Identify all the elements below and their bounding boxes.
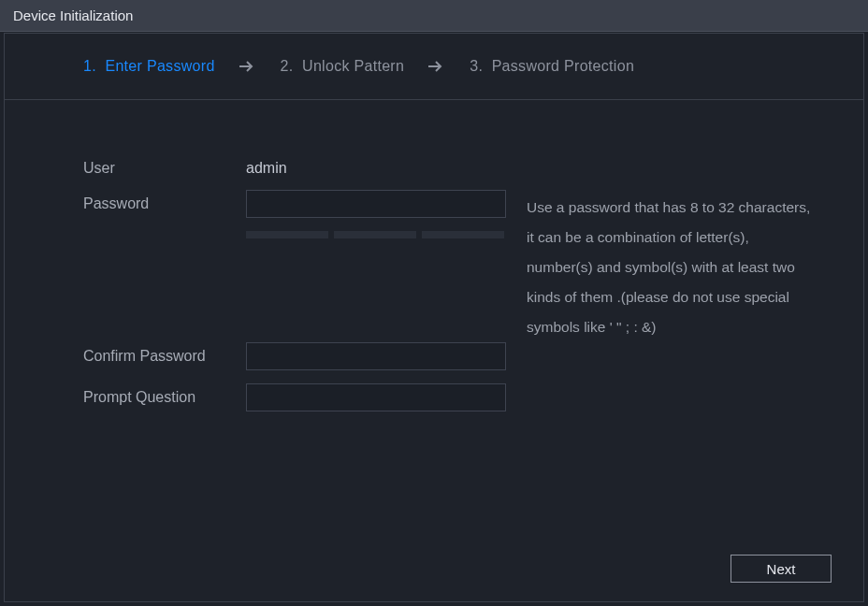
user-value: admin [246,154,287,177]
arrow-icon [215,61,281,72]
strength-seg-strong [422,231,504,238]
password-input[interactable] [246,190,506,218]
confirm-password-field-wrap [246,342,506,370]
step-header: 1. Enter Password 2. Unlock Pattern 3. P… [5,34,863,100]
password-strength-meter [246,231,506,238]
step-password-protection: 3. Password Protection [470,58,634,75]
password-label: Password [83,190,246,212]
row-user: User admin [83,154,826,177]
prompt-question-input[interactable] [246,383,506,411]
row-prompt-question: Prompt Question [83,383,826,411]
row-password: Password Use a password that has 8 to 32… [83,190,826,342]
dialog-window: Device Initialization 1. Enter Password … [0,0,868,606]
arrow-icon [404,61,470,72]
form: User admin Password Use a password that … [5,100,863,411]
step-index: 3. [470,58,483,74]
confirm-password-input[interactable] [246,342,506,370]
strength-seg-medium [334,231,416,238]
step-label: Unlock Pattern [302,58,404,74]
step-index: 1. [83,58,96,74]
step-label: Enter Password [105,58,214,74]
prompt-question-field-wrap [246,383,506,411]
dialog-content: 1. Enter Password 2. Unlock Pattern 3. P… [4,33,864,602]
password-hint: Use a password that has 8 to 32 characte… [527,190,817,342]
user-label: User [83,154,246,177]
next-button[interactable]: Next [731,555,832,583]
row-confirm-password: Confirm Password [83,342,826,370]
password-field-wrap [246,190,506,252]
titlebar: Device Initialization [0,0,868,32]
strength-seg-weak [246,231,328,238]
prompt-question-label: Prompt Question [83,383,246,406]
footer: Next [731,555,832,583]
window-title: Device Initialization [13,7,133,23]
step-label: Password Protection [492,58,634,74]
confirm-password-label: Confirm Password [83,342,246,365]
step-enter-password: 1. Enter Password [83,58,215,75]
step-index: 2. [281,58,294,74]
step-unlock-pattern: 2. Unlock Pattern [281,58,405,75]
